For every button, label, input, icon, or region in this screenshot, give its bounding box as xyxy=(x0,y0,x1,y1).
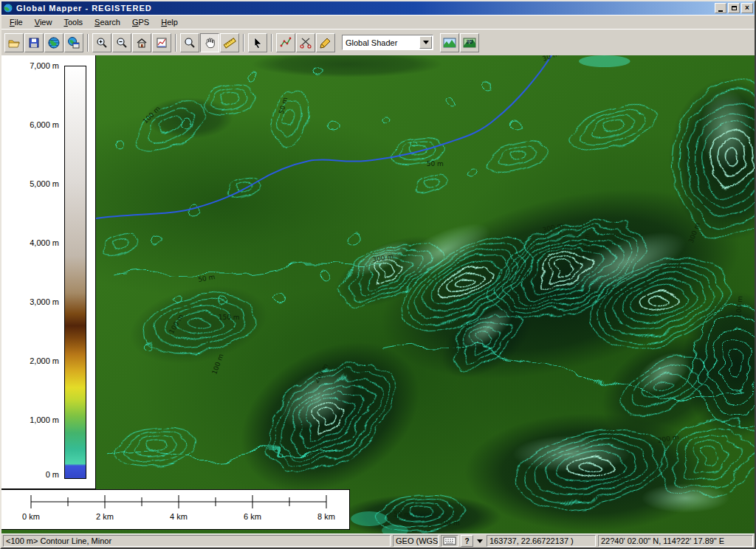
toolbar-separator xyxy=(271,34,272,52)
legend-tick: 0 m xyxy=(1,470,59,479)
magnifier-icon xyxy=(183,36,196,49)
path-profile-button[interactable] xyxy=(152,33,171,52)
feature-info-button[interactable] xyxy=(276,33,295,52)
toolbar-separator xyxy=(175,34,176,52)
menu-view[interactable]: View xyxy=(30,16,58,28)
restore-button[interactable] xyxy=(728,3,740,13)
keyboard-icon xyxy=(443,536,456,545)
scale-label: 4 km xyxy=(170,512,188,521)
online-data-button[interactable] xyxy=(44,33,63,52)
status-dropdown-arrow-icon[interactable] xyxy=(477,539,483,543)
floppy-icon xyxy=(27,36,41,49)
legend-tick: 5,000 m xyxy=(1,179,59,188)
status-cursor-latlon: 22?40' 02.00" N, 114?22' 17.89" E xyxy=(598,535,753,547)
chevron-down-icon xyxy=(423,41,429,44)
close-button[interactable]: × xyxy=(741,3,753,13)
help-button[interactable]: ? xyxy=(461,535,473,547)
cursor-arrow-icon xyxy=(251,36,264,49)
menu-file[interactable]: File xyxy=(4,16,28,28)
contour-label: 50 m xyxy=(427,160,444,168)
zoom-in-button[interactable] xyxy=(92,33,111,52)
globe-export-icon xyxy=(67,36,80,49)
minimize-icon xyxy=(718,10,723,12)
menu-gps[interactable]: GPS xyxy=(127,16,154,28)
contour-label: 150 m xyxy=(219,314,240,321)
elevation-legend: 7,000 m 6,000 m 5,000 m 4,000 m 3,000 m … xyxy=(1,55,96,489)
view-3d-button[interactable]: 3D xyxy=(460,33,479,52)
title-bar: Global Mapper - REGISTERED × xyxy=(1,1,755,15)
zoom-in-icon xyxy=(95,36,109,49)
full-view-button[interactable] xyxy=(132,33,151,52)
digitizer-tool-button[interactable] xyxy=(316,33,335,52)
map-canvas[interactable]: 30 m 100 m 50 m 50 m 50 m 150 m 100 m 10… xyxy=(1,55,755,534)
menu-bar: File View Tools Search GPS Help xyxy=(1,15,755,29)
menu-tools[interactable]: Tools xyxy=(58,16,88,28)
toolbar-separator xyxy=(243,34,244,52)
pointer-tool-button[interactable] xyxy=(248,33,267,52)
elevation-gradient-bar xyxy=(64,66,86,479)
status-hint: <100 m> Contour Line, Minor xyxy=(3,535,391,547)
scale-label: 6 km xyxy=(244,512,261,521)
folder-icon xyxy=(7,36,21,49)
pan-tool-button[interactable] xyxy=(200,33,219,52)
legend-tick: 2,000 m xyxy=(1,356,59,365)
scale-label: 0 km xyxy=(22,512,40,521)
scale-ruler xyxy=(1,490,348,529)
window-controls: × xyxy=(715,3,753,13)
contour-label: 20 m xyxy=(443,519,460,527)
minimize-button[interactable] xyxy=(715,3,726,13)
export-button[interactable] xyxy=(64,33,83,52)
legend-tick: 3,000 m xyxy=(1,297,59,306)
zoom-tool-button[interactable] xyxy=(180,33,199,52)
shader-value: Global Shader xyxy=(343,38,419,47)
toolbar: Global Shader 3D xyxy=(1,29,755,55)
scale-label: 2 km xyxy=(96,512,114,521)
legend-tick: 4,000 m xyxy=(1,238,59,247)
toolbar-separator xyxy=(87,34,89,52)
cut-tool-button[interactable] xyxy=(296,33,315,52)
legend-tick: 6,000 m xyxy=(1,120,59,129)
scale-label: 8 km xyxy=(317,512,335,521)
contour-label: 50 m xyxy=(394,511,410,518)
scissors-icon xyxy=(299,36,312,49)
show-3d-surface-button[interactable] xyxy=(440,33,459,52)
pen-icon xyxy=(319,36,332,49)
polyline-icon xyxy=(279,36,292,49)
chart-icon xyxy=(155,36,168,49)
map-workarea: 30 m 100 m 50 m 50 m 50 m 150 m 100 m 10… xyxy=(1,55,755,534)
measure-tool-button[interactable] xyxy=(220,33,239,52)
window-title: Global Mapper - REGISTERED xyxy=(16,4,712,13)
keyboard-shortcut-indicator[interactable] xyxy=(441,535,458,547)
hand-icon xyxy=(203,36,216,49)
status-bar: <100 m> Contour Line, Minor GEO (WGS8 ? … xyxy=(1,534,755,548)
scale-bar: 0 km 2 km 4 km 6 km 8 km xyxy=(1,489,350,530)
home-icon xyxy=(135,36,148,49)
terrain-3d-icon: 3D xyxy=(462,36,477,49)
zoom-out-icon xyxy=(115,36,128,49)
open-file-button[interactable] xyxy=(4,33,24,52)
ruler-icon xyxy=(223,36,236,49)
terrain-icon xyxy=(442,36,457,49)
globe-icon xyxy=(47,36,61,49)
legend-tick: 1,000 m xyxy=(1,415,59,424)
save-workspace-button[interactable] xyxy=(24,33,44,52)
shader-select[interactable]: Global Shader xyxy=(342,35,433,50)
combo-dropdown-button[interactable] xyxy=(419,36,432,49)
restore-icon xyxy=(732,6,737,10)
menu-search[interactable]: Search xyxy=(89,16,126,28)
menu-help[interactable]: Help xyxy=(156,16,183,28)
status-cursor-xy: 163737, 22.66722137 ) xyxy=(487,535,596,547)
legend-tick: 7,000 m xyxy=(1,61,59,70)
threed-label: 3D xyxy=(467,39,473,44)
app-window: Global Mapper - REGISTERED × File View T… xyxy=(0,0,756,549)
app-globe-icon xyxy=(3,3,13,13)
status-projection: GEO (WGS8 xyxy=(393,535,439,547)
zoom-out-button[interactable] xyxy=(112,33,131,52)
